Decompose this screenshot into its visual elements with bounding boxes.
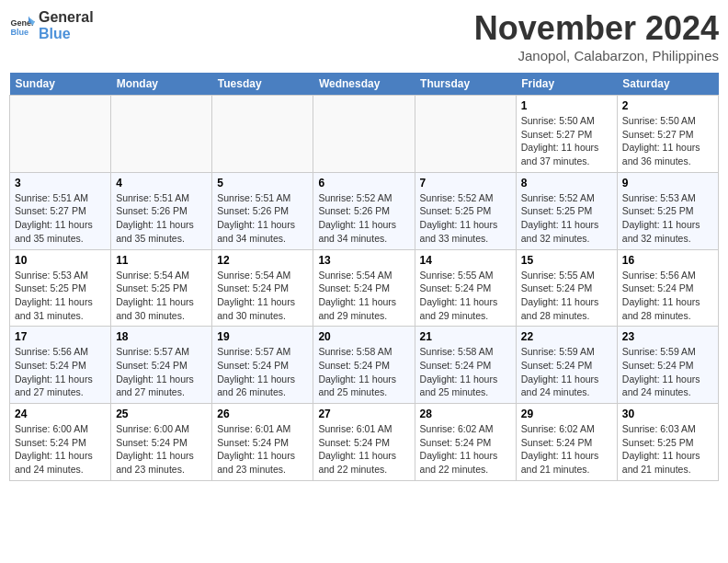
day-info: Sunrise: 5:52 AMSunset: 5:25 PMDaylight:… xyxy=(420,191,511,246)
weekday-header-thursday: Thursday xyxy=(415,73,516,96)
weekday-header-wednesday: Wednesday xyxy=(313,73,415,96)
day-info: Sunrise: 6:00 AMSunset: 5:24 PMDaylight:… xyxy=(116,422,207,477)
calendar-cell: 7Sunrise: 5:52 AMSunset: 5:25 PMDaylight… xyxy=(415,172,516,249)
calendar-cell: 29Sunrise: 6:02 AMSunset: 5:24 PMDayligh… xyxy=(516,404,617,481)
day-info: Sunrise: 5:51 AMSunset: 5:26 PMDaylight:… xyxy=(217,191,308,246)
day-number: 30 xyxy=(622,408,713,420)
calendar-cell: 9Sunrise: 5:53 AMSunset: 5:25 PMDaylight… xyxy=(617,172,718,249)
calendar-cell: 23Sunrise: 5:59 AMSunset: 5:24 PMDayligh… xyxy=(617,327,718,404)
day-info: Sunrise: 5:57 AMSunset: 5:24 PMDaylight:… xyxy=(116,345,207,399)
day-info: Sunrise: 6:01 AMSunset: 5:24 PMDaylight:… xyxy=(318,422,409,477)
calendar-cell: 20Sunrise: 5:58 AMSunset: 5:24 PMDayligh… xyxy=(313,327,415,404)
calendar-cell: 15Sunrise: 5:55 AMSunset: 5:24 PMDayligh… xyxy=(516,249,617,327)
calendar-cell: 24Sunrise: 6:00 AMSunset: 5:24 PMDayligh… xyxy=(10,404,111,481)
calendar-cell: 13Sunrise: 5:54 AMSunset: 5:24 PMDayligh… xyxy=(313,249,415,327)
day-number: 22 xyxy=(521,330,612,343)
day-info: Sunrise: 5:52 AMSunset: 5:25 PMDaylight:… xyxy=(521,191,612,246)
day-info: Sunrise: 6:01 AMSunset: 5:24 PMDaylight:… xyxy=(217,422,308,477)
calendar-cell xyxy=(415,96,516,173)
day-number: 25 xyxy=(116,408,207,420)
day-info: Sunrise: 5:54 AMSunset: 5:24 PMDaylight:… xyxy=(318,269,409,323)
weekday-header-saturday: Saturday xyxy=(617,73,718,96)
day-number: 1 xyxy=(521,99,612,112)
day-number: 8 xyxy=(521,177,612,190)
day-number: 7 xyxy=(420,177,511,190)
day-info: Sunrise: 6:00 AMSunset: 5:24 PMDaylight:… xyxy=(15,422,106,477)
calendar-cell: 12Sunrise: 5:54 AMSunset: 5:24 PMDayligh… xyxy=(212,249,313,327)
calendar-cell: 16Sunrise: 5:56 AMSunset: 5:24 PMDayligh… xyxy=(617,249,718,327)
day-number: 6 xyxy=(318,177,409,190)
calendar-cell: 26Sunrise: 6:01 AMSunset: 5:24 PMDayligh… xyxy=(212,404,313,481)
calendar-cell: 19Sunrise: 5:57 AMSunset: 5:24 PMDayligh… xyxy=(212,327,313,404)
day-number: 23 xyxy=(622,330,713,343)
day-number: 5 xyxy=(217,177,308,190)
calendar-cell: 11Sunrise: 5:54 AMSunset: 5:25 PMDayligh… xyxy=(111,249,212,327)
day-number: 26 xyxy=(217,408,308,420)
calendar-cell xyxy=(111,96,212,173)
calendar-cell: 8Sunrise: 5:52 AMSunset: 5:25 PMDaylight… xyxy=(516,172,617,249)
day-number: 2 xyxy=(622,99,713,112)
calendar-cell: 2Sunrise: 5:50 AMSunset: 5:27 PMDaylight… xyxy=(617,96,718,173)
day-info: Sunrise: 5:55 AMSunset: 5:24 PMDaylight:… xyxy=(521,269,612,323)
day-info: Sunrise: 5:53 AMSunset: 5:25 PMDaylight:… xyxy=(15,269,106,323)
calendar-cell: 22Sunrise: 5:59 AMSunset: 5:24 PMDayligh… xyxy=(516,327,617,404)
calendar-cell: 21Sunrise: 5:58 AMSunset: 5:24 PMDayligh… xyxy=(415,327,516,404)
calendar-cell: 5Sunrise: 5:51 AMSunset: 5:26 PMDaylight… xyxy=(212,172,313,249)
day-number: 12 xyxy=(217,254,308,267)
logo-general: General xyxy=(39,9,94,26)
day-info: Sunrise: 6:03 AMSunset: 5:25 PMDaylight:… xyxy=(622,422,713,477)
title-block: November 2024 Janopol, Calabarzon, Phili… xyxy=(474,9,719,63)
day-info: Sunrise: 6:02 AMSunset: 5:24 PMDaylight:… xyxy=(420,422,511,477)
day-number: 27 xyxy=(318,408,409,420)
calendar-week-3: 10Sunrise: 5:53 AMSunset: 5:25 PMDayligh… xyxy=(10,249,719,327)
calendar-cell: 4Sunrise: 5:51 AMSunset: 5:26 PMDaylight… xyxy=(111,172,212,249)
day-number: 15 xyxy=(521,254,612,267)
day-number: 9 xyxy=(622,177,713,190)
logo-blue: Blue xyxy=(39,26,94,42)
calendar-week-4: 17Sunrise: 5:56 AMSunset: 5:24 PMDayligh… xyxy=(10,327,719,404)
day-number: 3 xyxy=(15,177,106,190)
calendar-week-1: 1Sunrise: 5:50 AMSunset: 5:27 PMDaylight… xyxy=(10,96,719,173)
calendar-cell: 6Sunrise: 5:52 AMSunset: 5:26 PMDaylight… xyxy=(313,172,415,249)
weekday-header-friday: Friday xyxy=(516,73,617,96)
day-info: Sunrise: 5:59 AMSunset: 5:24 PMDaylight:… xyxy=(521,345,612,399)
day-info: Sunrise: 5:54 AMSunset: 5:25 PMDaylight:… xyxy=(116,269,207,323)
calendar-cell: 25Sunrise: 6:00 AMSunset: 5:24 PMDayligh… xyxy=(111,404,212,481)
calendar-cell: 28Sunrise: 6:02 AMSunset: 5:24 PMDayligh… xyxy=(415,404,516,481)
calendar-cell: 1Sunrise: 5:50 AMSunset: 5:27 PMDaylight… xyxy=(516,96,617,173)
calendar-cell: 3Sunrise: 5:51 AMSunset: 5:27 PMDaylight… xyxy=(10,172,111,249)
day-info: Sunrise: 5:56 AMSunset: 5:24 PMDaylight:… xyxy=(15,345,106,399)
day-number: 17 xyxy=(15,330,106,343)
day-number: 11 xyxy=(116,254,207,267)
calendar-cell xyxy=(313,96,415,173)
day-info: Sunrise: 5:57 AMSunset: 5:24 PMDaylight:… xyxy=(217,345,308,399)
weekday-header-tuesday: Tuesday xyxy=(212,73,313,96)
calendar-table: SundayMondayTuesdayWednesdayThursdayFrid… xyxy=(9,73,719,481)
day-info: Sunrise: 5:51 AMSunset: 5:26 PMDaylight:… xyxy=(116,191,207,246)
weekday-header-monday: Monday xyxy=(111,73,212,96)
calendar-cell: 17Sunrise: 5:56 AMSunset: 5:24 PMDayligh… xyxy=(10,327,111,404)
day-info: Sunrise: 5:51 AMSunset: 5:27 PMDaylight:… xyxy=(15,191,106,246)
page-header: General Blue General Blue November 2024 … xyxy=(9,9,719,63)
day-info: Sunrise: 5:53 AMSunset: 5:25 PMDaylight:… xyxy=(622,191,713,246)
day-info: Sunrise: 5:50 AMSunset: 5:27 PMDaylight:… xyxy=(521,114,612,168)
calendar-cell: 14Sunrise: 5:55 AMSunset: 5:24 PMDayligh… xyxy=(415,249,516,327)
day-number: 14 xyxy=(420,254,511,267)
day-info: Sunrise: 5:50 AMSunset: 5:27 PMDaylight:… xyxy=(622,114,713,168)
weekday-header-row: SundayMondayTuesdayWednesdayThursdayFrid… xyxy=(10,73,719,96)
calendar-week-2: 3Sunrise: 5:51 AMSunset: 5:27 PMDaylight… xyxy=(10,172,719,249)
day-number: 18 xyxy=(116,330,207,343)
day-number: 28 xyxy=(420,408,511,420)
day-number: 29 xyxy=(521,408,612,420)
svg-text:Blue: Blue xyxy=(10,27,28,36)
day-info: Sunrise: 5:56 AMSunset: 5:24 PMDaylight:… xyxy=(622,269,713,323)
calendar-cell: 27Sunrise: 6:01 AMSunset: 5:24 PMDayligh… xyxy=(313,404,415,481)
day-number: 13 xyxy=(318,254,409,267)
weekday-header-sunday: Sunday xyxy=(10,73,111,96)
day-info: Sunrise: 5:59 AMSunset: 5:24 PMDaylight:… xyxy=(622,345,713,399)
calendar-cell xyxy=(212,96,313,173)
day-number: 21 xyxy=(420,330,511,343)
day-info: Sunrise: 5:55 AMSunset: 5:24 PMDaylight:… xyxy=(420,269,511,323)
logo-icon: General Blue xyxy=(9,13,35,39)
day-number: 16 xyxy=(622,254,713,267)
